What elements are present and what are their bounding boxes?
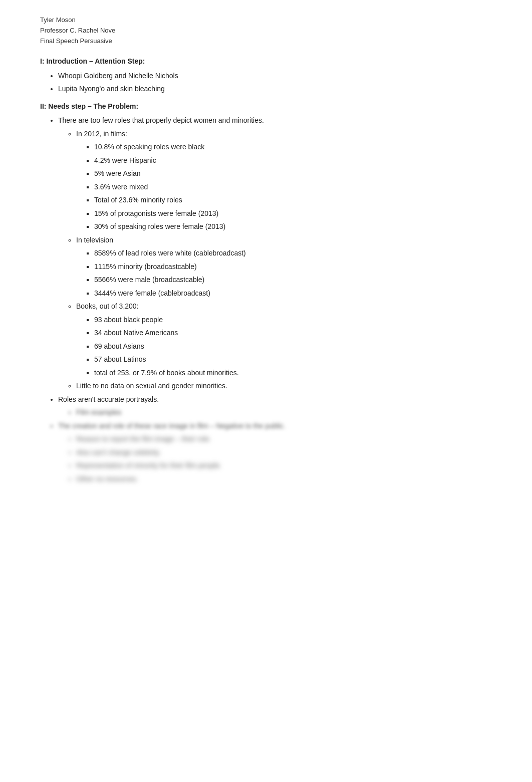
tv-list: 8589% of lead roles were white (cablebro…: [76, 247, 492, 299]
list-item: 30% of speaking roles were female (2013): [94, 220, 492, 233]
list-item: 57 about Latinos: [94, 353, 492, 366]
outline-content: I: Introduction – Attention Step: Whoopi…: [40, 55, 492, 485]
list-item: 5% were Asian: [94, 167, 492, 180]
books-list: 93 about black people 34 about Native Am…: [76, 314, 492, 379]
list-item-blurred: Reason to report the film image – their …: [76, 433, 492, 445]
list-item: In 2012, in films: 10.8% of speaking rol…: [76, 128, 492, 233]
roles-sublist: Film examples: [58, 406, 492, 419]
list-item: 8589% of lead roles were white (cablebro…: [94, 247, 492, 259]
author-name: Tyler Moson: [40, 15, 492, 26]
list-item: 3444% were female (cablebroadcast): [94, 287, 492, 300]
list-item-blurred: Film examples: [76, 406, 492, 419]
list-item: 93 about black people: [94, 314, 492, 326]
list-item: Roles aren't accurate portrayals. Film e…: [58, 393, 492, 419]
list-item: 10.8% of speaking roles were black: [94, 141, 492, 153]
list-item-blurred: Other no resources.: [76, 473, 492, 485]
section1-heading: I: Introduction – Attention Step:: [40, 55, 492, 68]
section2-heading: II: Needs step – The Problem:: [40, 100, 492, 113]
list-item: Little to no data on sexual and gender m…: [76, 380, 492, 392]
list-item: 34 about Native Americans: [94, 327, 492, 339]
document-header: Tyler Moson Professor C. Rachel Nove Fin…: [40, 15, 492, 46]
list-item: 3.6% were mixed: [94, 181, 492, 193]
professor-name: Professor C. Rachel Nove: [40, 26, 492, 36]
list-item: 69 about Asians: [94, 340, 492, 353]
list-item-blurred: Also can't change celebrity.: [76, 446, 492, 459]
list-item: Books, out of 3,200: 93 about black peop…: [76, 300, 492, 379]
list-item: There are too few roles that properly de…: [58, 114, 492, 392]
list-item: 1115% minority (broadcastcable): [94, 260, 492, 273]
films-list: 10.8% of speaking roles were black 4.2% …: [76, 141, 492, 233]
list-item: In television 8589% of lead roles were w…: [76, 234, 492, 300]
subsection2-list: In 2012, in films: 10.8% of speaking rol…: [58, 128, 492, 392]
section2-list: There are too few roles that properly de…: [40, 114, 492, 485]
list-item: 4.2% were Hispanic: [94, 154, 492, 167]
list-item: 15% of protagonists were female (2013): [94, 207, 492, 220]
list-item: Lupita Nyong'o and skin bleaching: [58, 83, 492, 95]
section1-list: Whoopi Goldberg and Nichelle Nichols Lup…: [40, 70, 492, 95]
list-item-blurred: Representation of minority for their fil…: [76, 459, 492, 472]
blurred-sublist: Reason to report the film image – their …: [58, 433, 492, 485]
list-item: Total of 23.6% minority roles: [94, 194, 492, 206]
list-item-blurred: The creation and role of these race imag…: [58, 420, 492, 485]
list-item: Whoopi Goldberg and Nichelle Nichols: [58, 70, 492, 82]
list-item: total of 253, or 7.9% of books about min…: [94, 367, 492, 379]
list-item: 5566% were male (broadcastcable): [94, 274, 492, 286]
assignment-title: Final Speech Persuasive: [40, 36, 492, 47]
